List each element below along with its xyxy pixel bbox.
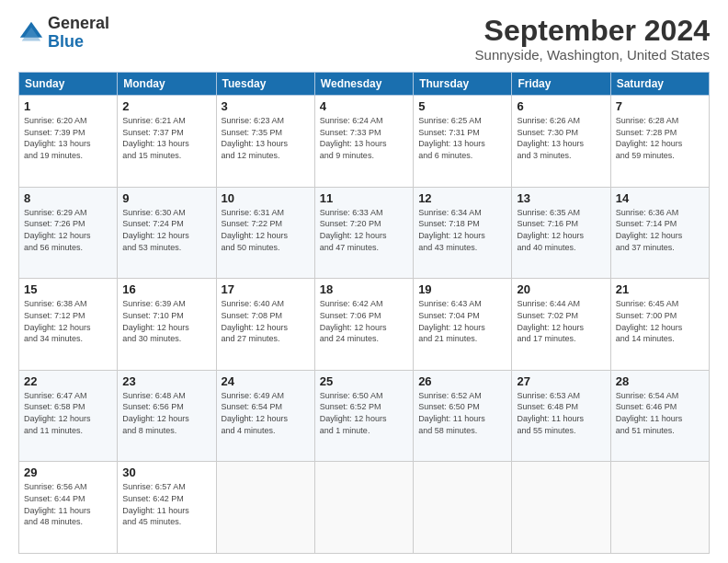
day-number: 28 xyxy=(616,374,704,388)
day-info: Sunrise: 6:35 AMSunset: 7:16 PMDaylight:… xyxy=(517,207,605,253)
day-info: Sunrise: 6:42 AMSunset: 7:06 PMDaylight:… xyxy=(320,298,408,344)
week-row-5: 29Sunrise: 6:56 AMSunset: 6:44 PMDayligh… xyxy=(19,462,710,554)
day-cell-1-3: 11Sunrise: 6:33 AMSunset: 7:20 PMDayligh… xyxy=(314,187,413,279)
day-cell-0-3: 4Sunrise: 6:24 AMSunset: 7:33 PMDaylight… xyxy=(314,96,413,188)
day-info: Sunrise: 6:38 AMSunset: 7:12 PMDaylight:… xyxy=(24,298,112,344)
day-cell-1-1: 9Sunrise: 6:30 AMSunset: 7:24 PMDaylight… xyxy=(118,187,216,279)
week-row-4: 22Sunrise: 6:47 AMSunset: 6:58 PMDayligh… xyxy=(19,370,710,462)
day-info: Sunrise: 6:24 AMSunset: 7:33 PMDaylight:… xyxy=(320,115,408,161)
day-cell-4-3 xyxy=(314,462,413,554)
day-cell-2-4: 19Sunrise: 6:43 AMSunset: 7:04 PMDayligh… xyxy=(414,279,512,371)
day-cell-4-2 xyxy=(216,462,314,554)
day-cell-3-2: 24Sunrise: 6:49 AMSunset: 6:54 PMDayligh… xyxy=(216,370,314,462)
week-row-1: 1Sunrise: 6:20 AMSunset: 7:39 PMDaylight… xyxy=(19,96,710,188)
calendar-header: Sunday Monday Tuesday Wednesday Thursday… xyxy=(19,73,710,96)
day-info: Sunrise: 6:25 AMSunset: 7:31 PMDaylight:… xyxy=(418,115,506,161)
day-number: 4 xyxy=(320,99,408,113)
day-number: 18 xyxy=(320,282,408,296)
day-cell-4-6 xyxy=(610,462,709,554)
day-cell-4-5 xyxy=(512,462,610,554)
day-number: 23 xyxy=(122,374,210,388)
day-info: Sunrise: 6:29 AMSunset: 7:26 PMDaylight:… xyxy=(24,207,112,253)
day-info: Sunrise: 6:20 AMSunset: 7:39 PMDaylight:… xyxy=(24,115,112,161)
day-cell-2-0: 15Sunrise: 6:38 AMSunset: 7:12 PMDayligh… xyxy=(19,279,118,371)
day-info: Sunrise: 6:56 AMSunset: 6:44 PMDaylight:… xyxy=(24,481,112,527)
logo-icon xyxy=(18,20,44,46)
day-number: 3 xyxy=(222,99,310,113)
day-cell-0-0: 1Sunrise: 6:20 AMSunset: 7:39 PMDaylight… xyxy=(19,96,118,188)
day-info: Sunrise: 6:23 AMSunset: 7:35 PMDaylight:… xyxy=(222,115,310,161)
logo-blue-text: Blue xyxy=(48,33,109,52)
col-sunday: Sunday xyxy=(19,73,118,96)
week-row-2: 8Sunrise: 6:29 AMSunset: 7:26 PMDaylight… xyxy=(19,187,710,279)
day-number: 8 xyxy=(24,191,112,205)
day-info: Sunrise: 6:52 AMSunset: 6:50 PMDaylight:… xyxy=(418,390,506,436)
day-info: Sunrise: 6:28 AMSunset: 7:28 PMDaylight:… xyxy=(616,115,704,161)
location: Sunnyside, Washington, United States xyxy=(475,47,710,63)
logo-text: General Blue xyxy=(48,15,109,52)
day-info: Sunrise: 6:31 AMSunset: 7:22 PMDaylight:… xyxy=(222,207,310,253)
day-cell-1-6: 14Sunrise: 6:36 AMSunset: 7:14 PMDayligh… xyxy=(610,187,709,279)
logo: General Blue xyxy=(18,15,109,52)
day-cell-1-0: 8Sunrise: 6:29 AMSunset: 7:26 PMDaylight… xyxy=(19,187,118,279)
day-number: 27 xyxy=(517,374,605,388)
day-info: Sunrise: 6:50 AMSunset: 6:52 PMDaylight:… xyxy=(320,390,408,436)
col-friday: Friday xyxy=(512,73,610,96)
day-cell-0-1: 2Sunrise: 6:21 AMSunset: 7:37 PMDaylight… xyxy=(118,96,216,188)
day-number: 12 xyxy=(418,191,506,205)
day-info: Sunrise: 6:53 AMSunset: 6:48 PMDaylight:… xyxy=(517,390,605,436)
day-info: Sunrise: 6:26 AMSunset: 7:30 PMDaylight:… xyxy=(517,115,605,161)
day-info: Sunrise: 6:21 AMSunset: 7:37 PMDaylight:… xyxy=(122,115,210,161)
day-info: Sunrise: 6:30 AMSunset: 7:24 PMDaylight:… xyxy=(122,207,210,253)
day-cell-4-0: 29Sunrise: 6:56 AMSunset: 6:44 PMDayligh… xyxy=(19,462,118,554)
day-number: 30 xyxy=(122,465,210,479)
day-info: Sunrise: 6:48 AMSunset: 6:56 PMDaylight:… xyxy=(122,390,210,436)
month-title: September 2024 xyxy=(475,15,710,47)
day-number: 15 xyxy=(24,282,112,296)
logo-general-text: General xyxy=(48,15,109,33)
day-cell-1-2: 10Sunrise: 6:31 AMSunset: 7:22 PMDayligh… xyxy=(216,187,314,279)
day-info: Sunrise: 6:57 AMSunset: 6:42 PMDaylight:… xyxy=(122,481,210,527)
day-cell-2-1: 16Sunrise: 6:39 AMSunset: 7:10 PMDayligh… xyxy=(118,279,216,371)
col-saturday: Saturday xyxy=(610,73,709,96)
day-number: 14 xyxy=(616,191,704,205)
day-number: 7 xyxy=(616,99,704,113)
day-number: 5 xyxy=(418,99,506,113)
day-number: 25 xyxy=(320,374,408,388)
day-number: 26 xyxy=(418,374,506,388)
calendar-body: 1Sunrise: 6:20 AMSunset: 7:39 PMDaylight… xyxy=(19,96,710,554)
day-number: 16 xyxy=(122,282,210,296)
day-number: 6 xyxy=(517,99,605,113)
day-number: 9 xyxy=(122,191,210,205)
day-number: 1 xyxy=(24,99,112,113)
day-info: Sunrise: 6:40 AMSunset: 7:08 PMDaylight:… xyxy=(222,298,310,344)
day-cell-1-5: 13Sunrise: 6:35 AMSunset: 7:16 PMDayligh… xyxy=(512,187,610,279)
page: General Blue September 2024 Sunnyside, W… xyxy=(0,0,728,563)
day-number: 2 xyxy=(122,99,210,113)
day-number: 21 xyxy=(616,282,704,296)
title-block: September 2024 Sunnyside, Washington, Un… xyxy=(475,15,710,63)
day-cell-3-1: 23Sunrise: 6:48 AMSunset: 6:56 PMDayligh… xyxy=(118,370,216,462)
day-number: 20 xyxy=(517,282,605,296)
col-tuesday: Tuesday xyxy=(216,73,314,96)
header: General Blue September 2024 Sunnyside, W… xyxy=(18,15,710,63)
col-wednesday: Wednesday xyxy=(314,73,413,96)
col-monday: Monday xyxy=(118,73,216,96)
day-number: 10 xyxy=(222,191,310,205)
day-info: Sunrise: 6:54 AMSunset: 6:46 PMDaylight:… xyxy=(616,390,704,436)
calendar-table: Sunday Monday Tuesday Wednesday Thursday… xyxy=(18,72,710,554)
day-cell-3-5: 27Sunrise: 6:53 AMSunset: 6:48 PMDayligh… xyxy=(512,370,610,462)
day-cell-2-3: 18Sunrise: 6:42 AMSunset: 7:06 PMDayligh… xyxy=(314,279,413,371)
day-cell-3-0: 22Sunrise: 6:47 AMSunset: 6:58 PMDayligh… xyxy=(19,370,118,462)
day-info: Sunrise: 6:49 AMSunset: 6:54 PMDaylight:… xyxy=(222,390,310,436)
day-info: Sunrise: 6:45 AMSunset: 7:00 PMDaylight:… xyxy=(616,298,704,344)
day-info: Sunrise: 6:33 AMSunset: 7:20 PMDaylight:… xyxy=(320,207,408,253)
day-number: 19 xyxy=(418,282,506,296)
day-number: 29 xyxy=(24,465,112,479)
day-number: 17 xyxy=(222,282,310,296)
day-cell-4-1: 30Sunrise: 6:57 AMSunset: 6:42 PMDayligh… xyxy=(118,462,216,554)
day-cell-3-3: 25Sunrise: 6:50 AMSunset: 6:52 PMDayligh… xyxy=(314,370,413,462)
header-row: Sunday Monday Tuesday Wednesday Thursday… xyxy=(19,73,710,96)
day-number: 13 xyxy=(517,191,605,205)
day-cell-4-4 xyxy=(414,462,512,554)
